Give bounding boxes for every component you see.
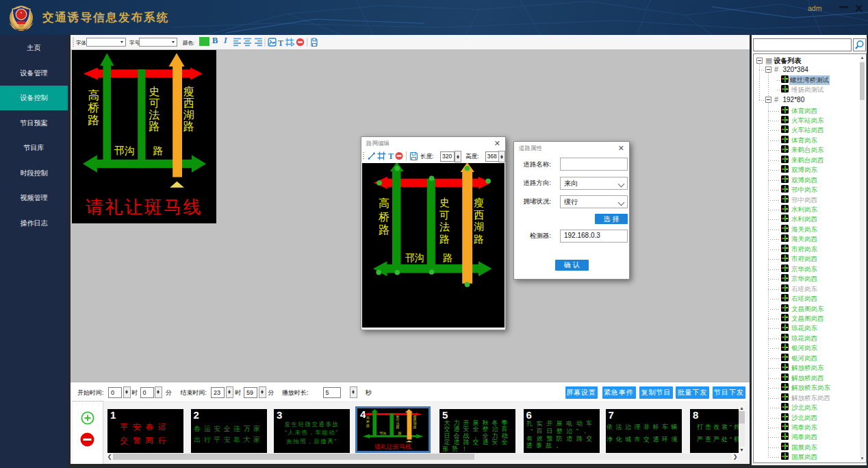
svg-text:路: 路 — [398, 431, 402, 435]
svg-text:高: 高 — [379, 197, 390, 209]
svg-text:路: 路 — [149, 121, 160, 132]
svg-text:瘦: 瘦 — [474, 197, 484, 208]
svg-text:请礼让斑马线: 请礼让斑马线 — [374, 443, 411, 450]
svg-text:路: 路 — [443, 252, 452, 263]
svg-text:路: 路 — [366, 423, 370, 428]
svg-text:可: 可 — [439, 209, 450, 221]
svg-text:西: 西 — [183, 97, 194, 109]
svg-text:路: 路 — [88, 114, 99, 127]
svg-text:路: 路 — [474, 233, 484, 245]
svg-text:史: 史 — [149, 86, 160, 97]
svg-text:请礼让斑马线: 请礼让斑马线 — [86, 197, 203, 217]
svg-text:法: 法 — [149, 109, 160, 121]
svg-text:法: 法 — [439, 221, 450, 232]
svg-text:邗沟: 邗沟 — [405, 252, 424, 263]
svg-text:湖: 湖 — [183, 109, 194, 121]
svg-text:高: 高 — [88, 89, 99, 102]
svg-text:西: 西 — [474, 209, 484, 221]
svg-text:路: 路 — [183, 121, 194, 132]
svg-text:桥: 桥 — [88, 101, 99, 114]
svg-text:邗沟: 邗沟 — [114, 145, 134, 156]
svg-text:T: T — [278, 38, 283, 47]
svg-text:路: 路 — [379, 224, 390, 236]
svg-text:路: 路 — [396, 425, 400, 429]
svg-text:路: 路 — [439, 233, 450, 245]
svg-text:湖: 湖 — [474, 221, 484, 232]
svg-text:路: 路 — [153, 145, 164, 156]
svg-text:瘦: 瘦 — [183, 86, 194, 97]
svg-text:可: 可 — [149, 97, 160, 109]
svg-text:路: 路 — [413, 425, 417, 429]
svg-text:史: 史 — [439, 197, 450, 208]
svg-text:邗沟: 邗沟 — [379, 431, 386, 436]
svg-text:T: T — [388, 151, 394, 161]
svg-text:桥: 桥 — [378, 211, 390, 223]
